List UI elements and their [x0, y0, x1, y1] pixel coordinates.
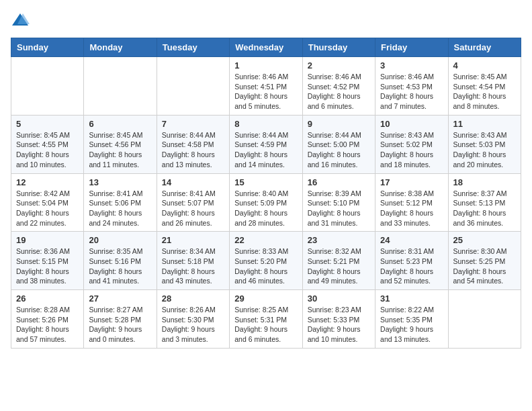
logo-icon [11, 11, 30, 30]
day-number: 23 [308, 235, 370, 245]
calendar-cell [157, 57, 229, 116]
calendar-cell: 29Sunrise: 8:25 AMSunset: 5:31 PMDayligh… [230, 290, 302, 349]
calendar-cell: 11Sunrise: 8:43 AMSunset: 5:03 PMDayligh… [448, 115, 521, 173]
day-info: Sunrise: 8:39 AMSunset: 5:10 PMDaylight:… [308, 189, 370, 228]
calendar-cell: 23Sunrise: 8:32 AMSunset: 5:21 PMDayligh… [302, 232, 375, 290]
calendar-cell [84, 57, 157, 116]
calendar-week-row: 12Sunrise: 8:42 AMSunset: 5:04 PMDayligh… [11, 173, 521, 232]
day-info: Sunrise: 8:46 AMSunset: 4:51 PMDaylight:… [234, 72, 297, 111]
day-info: Sunrise: 8:43 AMSunset: 5:03 PMDaylight:… [453, 130, 516, 170]
calendar-week-row: 1Sunrise: 8:46 AMSunset: 4:51 PMDaylight… [11, 57, 521, 116]
day-info: Sunrise: 8:35 AMSunset: 5:16 PMDaylight:… [89, 246, 151, 286]
day-number: 17 [380, 177, 443, 187]
day-info: Sunrise: 8:45 AMSunset: 4:54 PMDaylight:… [453, 72, 516, 111]
day-info: Sunrise: 8:22 AMSunset: 5:35 PMDaylight:… [380, 305, 443, 345]
day-info: Sunrise: 8:40 AMSunset: 5:09 PMDaylight:… [234, 189, 297, 228]
calendar-cell: 13Sunrise: 8:41 AMSunset: 5:06 PMDayligh… [84, 173, 157, 232]
day-info: Sunrise: 8:42 AMSunset: 5:04 PMDaylight:… [16, 189, 79, 228]
calendar-cell: 24Sunrise: 8:31 AMSunset: 5:23 PMDayligh… [375, 232, 448, 290]
day-number: 29 [234, 293, 297, 304]
day-info: Sunrise: 8:23 AMSunset: 5:33 PMDaylight:… [308, 305, 370, 345]
day-number: 3 [380, 60, 443, 71]
day-number: 12 [16, 177, 79, 187]
day-number: 9 [308, 119, 370, 129]
day-info: Sunrise: 8:45 AMSunset: 4:56 PMDaylight:… [89, 130, 151, 170]
calendar-cell: 15Sunrise: 8:40 AMSunset: 5:09 PMDayligh… [230, 173, 302, 232]
calendar-cell: 10Sunrise: 8:43 AMSunset: 5:02 PMDayligh… [375, 115, 448, 173]
calendar-cell: 2Sunrise: 8:46 AMSunset: 4:52 PMDaylight… [302, 57, 375, 116]
day-info: Sunrise: 8:41 AMSunset: 5:07 PMDaylight:… [162, 189, 224, 228]
calendar-cell: 25Sunrise: 8:30 AMSunset: 5:25 PMDayligh… [448, 232, 521, 290]
day-info: Sunrise: 8:44 AMSunset: 4:58 PMDaylight:… [162, 130, 224, 170]
calendar-cell: 7Sunrise: 8:44 AMSunset: 4:58 PMDaylight… [157, 115, 229, 173]
calendar-cell: 12Sunrise: 8:42 AMSunset: 5:04 PMDayligh… [11, 173, 84, 232]
calendar-cell: 8Sunrise: 8:44 AMSunset: 4:59 PMDaylight… [230, 115, 302, 173]
weekday-header: Wednesday [230, 38, 302, 57]
calendar-cell: 16Sunrise: 8:39 AMSunset: 5:10 PMDayligh… [302, 173, 375, 232]
day-number: 15 [234, 177, 297, 187]
calendar-cell: 21Sunrise: 8:34 AMSunset: 5:18 PMDayligh… [157, 232, 229, 290]
calendar-cell: 19Sunrise: 8:36 AMSunset: 5:15 PMDayligh… [11, 232, 84, 290]
calendar-cell: 30Sunrise: 8:23 AMSunset: 5:33 PMDayligh… [302, 290, 375, 349]
day-number: 1 [234, 60, 297, 71]
calendar-week-row: 5Sunrise: 8:45 AMSunset: 4:55 PMDaylight… [11, 115, 521, 173]
day-number: 7 [162, 119, 224, 129]
day-info: Sunrise: 8:46 AMSunset: 4:52 PMDaylight:… [308, 72, 370, 111]
calendar-cell: 5Sunrise: 8:45 AMSunset: 4:55 PMDaylight… [11, 115, 84, 173]
day-number: 28 [162, 293, 224, 304]
weekday-header: Sunday [11, 38, 84, 57]
calendar-cell: 22Sunrise: 8:33 AMSunset: 5:20 PMDayligh… [230, 232, 302, 290]
calendar-cell: 3Sunrise: 8:46 AMSunset: 4:53 PMDaylight… [375, 57, 448, 116]
day-number: 22 [234, 235, 297, 245]
logo [11, 11, 32, 30]
day-info: Sunrise: 8:28 AMSunset: 5:26 PMDaylight:… [16, 305, 79, 345]
calendar-cell: 28Sunrise: 8:26 AMSunset: 5:30 PMDayligh… [157, 290, 229, 349]
day-number: 11 [453, 119, 516, 129]
day-info: Sunrise: 8:38 AMSunset: 5:12 PMDaylight:… [380, 189, 443, 228]
calendar-week-row: 26Sunrise: 8:28 AMSunset: 5:26 PMDayligh… [11, 290, 521, 349]
calendar-cell: 14Sunrise: 8:41 AMSunset: 5:07 PMDayligh… [157, 173, 229, 232]
calendar-table: SundayMondayTuesdayWednesdayThursdayFrid… [11, 38, 521, 349]
day-number: 2 [308, 60, 370, 71]
calendar-cell [448, 290, 521, 349]
calendar-cell: 18Sunrise: 8:37 AMSunset: 5:13 PMDayligh… [448, 173, 521, 232]
day-number: 5 [16, 119, 79, 129]
weekday-header: Saturday [448, 38, 521, 57]
day-info: Sunrise: 8:25 AMSunset: 5:31 PMDaylight:… [234, 305, 297, 345]
day-number: 20 [89, 235, 151, 245]
calendar-cell: 1Sunrise: 8:46 AMSunset: 4:51 PMDaylight… [230, 57, 302, 116]
calendar-week-row: 19Sunrise: 8:36 AMSunset: 5:15 PMDayligh… [11, 232, 521, 290]
calendar-cell: 4Sunrise: 8:45 AMSunset: 4:54 PMDaylight… [448, 57, 521, 116]
day-number: 18 [453, 177, 516, 187]
calendar-cell [11, 57, 84, 116]
day-info: Sunrise: 8:45 AMSunset: 4:55 PMDaylight:… [16, 130, 79, 170]
calendar-cell: 26Sunrise: 8:28 AMSunset: 5:26 PMDayligh… [11, 290, 84, 349]
weekday-header: Friday [375, 38, 448, 57]
calendar-cell: 20Sunrise: 8:35 AMSunset: 5:16 PMDayligh… [84, 232, 157, 290]
day-number: 4 [453, 60, 516, 71]
day-info: Sunrise: 8:37 AMSunset: 5:13 PMDaylight:… [453, 189, 516, 228]
day-number: 26 [16, 293, 79, 304]
calendar-cell: 31Sunrise: 8:22 AMSunset: 5:35 PMDayligh… [375, 290, 448, 349]
day-number: 8 [234, 119, 297, 129]
day-number: 27 [89, 293, 151, 304]
weekday-header: Monday [84, 38, 157, 57]
day-number: 31 [380, 293, 443, 304]
day-info: Sunrise: 8:33 AMSunset: 5:20 PMDaylight:… [234, 246, 297, 286]
calendar-cell: 6Sunrise: 8:45 AMSunset: 4:56 PMDaylight… [84, 115, 157, 173]
page-header [11, 11, 521, 30]
weekday-header: Tuesday [157, 38, 229, 57]
day-number: 25 [453, 235, 516, 245]
day-info: Sunrise: 8:43 AMSunset: 5:02 PMDaylight:… [380, 130, 443, 170]
weekday-header: Thursday [302, 38, 375, 57]
day-info: Sunrise: 8:26 AMSunset: 5:30 PMDaylight:… [162, 305, 224, 345]
day-info: Sunrise: 8:27 AMSunset: 5:28 PMDaylight:… [89, 305, 151, 345]
calendar-cell: 17Sunrise: 8:38 AMSunset: 5:12 PMDayligh… [375, 173, 448, 232]
calendar-cell: 9Sunrise: 8:44 AMSunset: 5:00 PMDaylight… [302, 115, 375, 173]
day-number: 24 [380, 235, 443, 245]
day-number: 21 [162, 235, 224, 245]
day-info: Sunrise: 8:46 AMSunset: 4:53 PMDaylight:… [380, 72, 443, 111]
day-info: Sunrise: 8:31 AMSunset: 5:23 PMDaylight:… [380, 246, 443, 286]
day-number: 13 [89, 177, 151, 187]
day-number: 16 [308, 177, 370, 187]
